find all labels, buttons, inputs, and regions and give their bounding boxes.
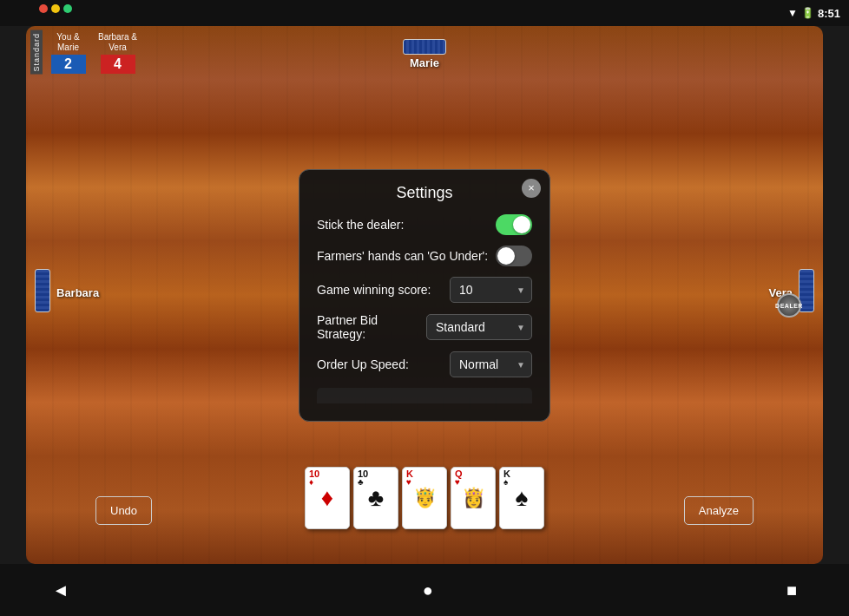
farmers-hands-thumb [497,247,515,265]
partner-bid-select[interactable]: Standard Aggressive Conservative [426,314,532,340]
player-marie: Marie [410,56,439,69]
partner-bid-label: Partner Bid Strategy: [317,313,426,341]
game-score-label: Game winning score: [317,283,431,297]
recents-button[interactable]: ■ [786,580,797,600]
dealer-label: DEALER [775,303,803,309]
card-center: ♠ [516,484,529,512]
card-center: 🤴 [413,487,437,509]
team-you-marie-score: 2 [51,55,86,74]
window-controls [39,4,72,13]
card-10-clubs[interactable]: 10 ♣ ♣ [353,467,398,529]
home-button[interactable]: ● [423,580,433,600]
card-center: 👸 [462,487,485,509]
settings-overflow-hint [317,388,532,403]
team-you-marie-name: You &Marie [53,30,82,55]
clock: 8:51 [818,7,840,20]
game-score-select-wrapper: 6 7 8 9 10 11 [450,277,532,303]
farmers-hands-toggle[interactable] [496,246,532,266]
setting-row-farmers-hands: Farmers' hands can 'Go Under': [317,246,532,266]
modal-title: Settings [317,184,532,202]
card-q-hearts[interactable]: Q ♥ 👸 [451,467,496,529]
partner-bid-select-wrapper: Standard Aggressive Conservative [426,314,532,340]
card-center: ♣ [368,484,384,512]
close-dot [39,4,48,13]
order-up-speed-label: Order Up Speed: [317,357,409,371]
card-back-top [403,39,446,55]
stick-dealer-label: Stick the dealer: [317,218,404,232]
card-suit: ♦ [309,478,313,487]
player-hand: 10 ♦ ♦ 10 ♣ ♣ K ♥ 🤴 Q ♥ 👸 K ♠ ♠ [305,467,544,529]
card-suit: ♣ [358,478,364,487]
team-barbara-vera: Barbara &Vera 4 [94,30,142,74]
card-suit: ♠ [503,478,508,487]
team-barbara-vera-name: Barbara &Vera [95,30,141,55]
stick-dealer-thumb [513,216,530,233]
setting-row-partner-bid: Partner Bid Strategy: Standard Aggressiv… [317,313,532,341]
min-dot [51,4,60,13]
modal-close-button[interactable]: × [522,179,541,198]
farmers-hands-label: Farmers' hands can 'Go Under': [317,249,488,263]
card-suit: ♥ [406,478,411,487]
team-you-marie: You &Marie 2 [44,30,92,74]
team-barbara-vera-score: 4 [101,55,135,74]
undo-button[interactable]: Undo [95,496,152,525]
card-center: ♦ [321,484,333,512]
stick-dealer-toggle[interactable] [496,214,532,235]
analyze-button[interactable]: Analyze [684,496,754,525]
card-10-diamonds[interactable]: 10 ♦ ♦ [305,467,350,529]
wifi-icon: ▼ [787,7,798,19]
nav-bar: ◄ ● ■ [0,564,849,616]
card-back-left [35,269,50,312]
battery-icon: 🔋 [801,7,814,19]
setting-row-order-up-speed: Order Up Speed: Slow Normal Fast [317,351,532,377]
setting-row-stick-dealer: Stick the dealer: [317,214,532,235]
game-score-select[interactable]: 6 7 8 9 10 11 [450,277,532,303]
status-bar: ▼ 🔋 8:51 [0,0,849,26]
standard-label: Standard [30,30,43,75]
player-barbara: Barbara [56,286,99,299]
setting-row-game-score: Game winning score: 6 7 8 9 10 11 [317,277,532,303]
score-teams: You &Marie 2 Barbara &Vera 4 [44,30,142,74]
dealer-chip: DEALER [777,293,801,318]
card-k-hearts[interactable]: K ♥ 🤴 [402,467,447,529]
status-right: ▼ 🔋 8:51 [787,0,849,26]
card-suit: ♥ [455,478,460,487]
settings-modal: Settings × Stick the dealer: Farmers' ha… [299,169,550,422]
back-button[interactable]: ◄ [52,580,69,600]
card-k-spades[interactable]: K ♠ ♠ [499,467,544,529]
order-up-speed-select[interactable]: Slow Normal Fast [450,351,532,377]
max-dot [63,4,72,13]
order-up-speed-select-wrapper: Slow Normal Fast [450,351,532,377]
score-panel: Standard You &Marie 2 Barbara &Vera 4 [30,30,142,75]
